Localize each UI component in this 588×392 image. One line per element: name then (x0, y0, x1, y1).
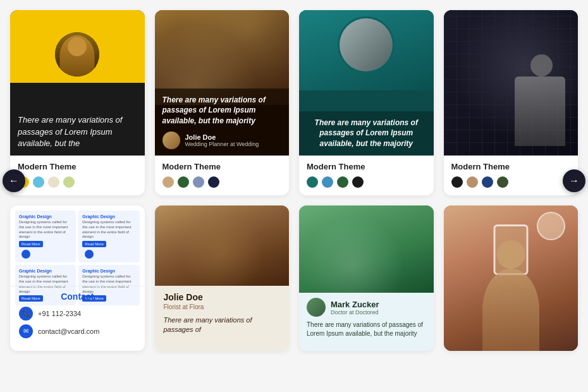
phone-icon: 📞 (19, 307, 33, 321)
card-1-theme: Modern Theme (18, 162, 137, 171)
color-dot[interactable] (193, 176, 204, 188)
card1-quote: There are many variations of passages of… (18, 114, 137, 149)
card-1: There are many variations of passages of… (10, 10, 145, 195)
card-1-body: Modern Theme (10, 156, 145, 195)
nav-right-arrow[interactable]: → (563, 169, 585, 192)
card-2-body: Modern Theme (155, 156, 290, 195)
card5-mini-1: Graphic Design Designing systems called … (15, 211, 76, 262)
card-3-image: There are many variations of passages of… (299, 10, 434, 156)
card-2-colors (162, 176, 282, 188)
color-dot[interactable] (48, 176, 59, 188)
card3-quote: There are many variations of passages of… (308, 118, 425, 149)
card5-phone-item: 📞 +91 112-2334 (19, 307, 136, 321)
card6-quote: There are many variations of passages of (164, 315, 281, 335)
color-dot[interactable] (467, 176, 478, 188)
card-8-image (444, 205, 579, 351)
card6-name: Jolie Doe (164, 292, 281, 302)
card-3: There are many variations of passages of… (299, 10, 434, 195)
color-dot[interactable] (208, 176, 219, 188)
card-5-image: Graphic Design Designing systems called … (10, 205, 145, 351)
card2-author: Jolie Doe Wedding Planner at Wedding (162, 132, 282, 149)
color-dot[interactable] (162, 176, 174, 188)
card2-avatar (162, 132, 180, 149)
card-5: Graphic Design Designing systems called … (10, 205, 145, 351)
card-4-image (444, 10, 579, 156)
card-7-image: Mark Zucker Doctor at Doctored There are… (299, 205, 434, 351)
card7-text: There are many variations of passages of… (307, 321, 426, 338)
card2-author-name: Jolie Doe (185, 133, 259, 141)
card-4-theme: Modern Theme (451, 162, 571, 171)
card-4-body: Modern Theme (444, 156, 579, 195)
card-3-colors (307, 176, 426, 188)
card2-quote: There are many variations of passages of… (162, 95, 282, 126)
color-dot[interactable] (307, 176, 318, 188)
card-2-theme: Modern Theme (162, 162, 282, 171)
color-dot[interactable] (497, 176, 508, 188)
card7-name: Mark Zucker (331, 300, 379, 309)
nav-left-arrow[interactable]: ← (3, 169, 25, 192)
card-8 (444, 205, 579, 351)
color-dot[interactable] (482, 176, 493, 188)
card7-avatar (307, 298, 326, 317)
card8-mirror (537, 212, 565, 240)
card-6: Jolie Doe Florist at Flora There are man… (155, 205, 290, 351)
card7-author: Mark Zucker Doctor at Doctored (307, 298, 426, 317)
color-dot[interactable] (337, 176, 348, 188)
card5-email-item: ✉ contact@vcard.com (19, 324, 136, 338)
card-3-theme: Modern Theme (307, 162, 426, 171)
card2-author-role: Wedding Planner at Wedding (185, 141, 259, 147)
card-1-colors (18, 176, 137, 188)
color-dot[interactable] (178, 176, 189, 188)
card6-role: Florist at Flora (164, 303, 281, 310)
card-6-image: Jolie Doe Florist at Flora There are man… (155, 205, 290, 351)
card-1-image: There are many variations of passages of… (10, 10, 145, 156)
card7-role: Doctor at Doctored (331, 309, 379, 315)
card5-contact-title: Contact (19, 291, 136, 302)
color-dot[interactable] (33, 176, 44, 188)
card5-email: contact@vcard.com (38, 328, 99, 335)
card5-mini-2: Graphic Design Designing systems called … (78, 211, 139, 262)
card-2: There are many variations of passages of… (155, 10, 290, 195)
color-dot[interactable] (352, 176, 364, 188)
card-7: Mark Zucker Doctor at Doctored There are… (299, 205, 434, 351)
card-3-body: Modern Theme (299, 156, 434, 195)
color-dot[interactable] (322, 176, 333, 188)
card5-phone: +91 112-2334 (38, 310, 81, 317)
card-4: Modern Theme (444, 10, 579, 195)
card-2-image: There are many variations of passages of… (155, 10, 290, 156)
color-dot[interactable] (451, 176, 463, 188)
email-icon: ✉ (19, 324, 33, 338)
color-dot[interactable] (63, 176, 75, 188)
card-4-colors (451, 176, 571, 188)
